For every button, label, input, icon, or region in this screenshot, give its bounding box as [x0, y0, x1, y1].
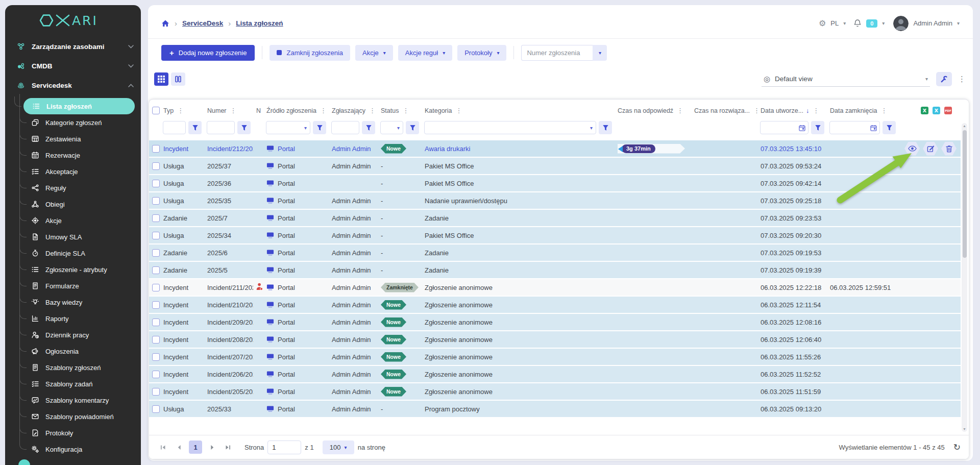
first-page-button[interactable]	[157, 441, 169, 453]
ticket-number[interactable]: 2025/34	[207, 232, 231, 239]
filter-zglaszajacy-funnel-button[interactable]	[362, 121, 375, 134]
settings-gear-icon[interactable]: ⚙	[819, 18, 826, 28]
export-csv-button[interactable]: X	[932, 106, 941, 115]
ticket-number[interactable]: Incident/206/2025/3/6	[207, 371, 253, 378]
row-checkbox[interactable]	[152, 301, 160, 309]
avatar[interactable]	[893, 16, 909, 31]
table-row[interactable]: Usługa2025/36Portal-Pakiet MS Office07.0…	[149, 175, 961, 192]
filter-status-select[interactable]: ▾	[380, 121, 403, 134]
ticket-number-input[interactable]	[521, 45, 593, 61]
row-checkbox[interactable]	[152, 388, 160, 396]
column-menu-icon[interactable]: ⋮	[402, 107, 409, 114]
table-row[interactable]: IncydentIncident/206/2025/3/6PortalAdmin…	[149, 366, 961, 383]
ticket-number[interactable]: 2025/37	[207, 162, 231, 170]
row-checkbox[interactable]	[152, 214, 160, 222]
sidebar-item-akceptacje[interactable]: Akceptacje	[29, 163, 135, 180]
last-page-button[interactable]	[222, 441, 234, 453]
column-view-toggle[interactable]	[171, 72, 185, 86]
filter-data_utw-date-input[interactable]	[760, 121, 808, 134]
table-row[interactable]: Usługa2025/37PortalAdmin Admin-Pakiet MS…	[149, 158, 961, 175]
col-header-numer[interactable]: Numer⋮	[204, 100, 253, 121]
sidebar-item-cmdb[interactable]: CMDB	[5, 56, 141, 76]
sidebar-item-szablony-powiadomien[interactable]: Szablony powiadomień	[29, 408, 135, 425]
ticket-number[interactable]: 2025/5	[207, 266, 228, 274]
ticket-number[interactable]: 2025/6	[207, 249, 228, 257]
row-checkbox[interactable]	[152, 232, 160, 239]
table-row[interactable]: IncydentIncident/212/2025/3/7PortalAdmin…	[149, 140, 961, 158]
grid-settings-wrench-button[interactable]	[936, 72, 952, 86]
sidebar-item-szablony-zadan[interactable]: Szablony zadań	[29, 376, 135, 392]
notification-badge[interactable]: 0	[866, 19, 877, 28]
sidebar-item-zgloszenie-atrybuty[interactable]: Zgłoszenie - atrybuty	[29, 261, 135, 278]
sidebar-item-zestawienia[interactable]: Zestawienia	[29, 131, 135, 147]
sidebar-item-raporty[interactable]: Raporty	[29, 310, 135, 327]
sidebar-bottom-dot[interactable]	[18, 459, 30, 465]
scroll-up-icon[interactable]: ▲	[962, 124, 967, 128]
sidebar-item-kategorie-zgloszen[interactable]: Kategorie zgłoszeń	[29, 114, 135, 131]
col-header-zglaszajacy[interactable]: Zgłaszający⋮	[329, 100, 378, 121]
ticket-number[interactable]: Incident/212/2025/3/7	[207, 145, 253, 153]
filter-typ-input[interactable]	[163, 121, 186, 134]
filter-numer-funnel-button[interactable]	[237, 121, 251, 134]
sidebar-item-obiegi[interactable]: Obiegi	[29, 196, 135, 212]
scrollbar-thumb[interactable]	[963, 130, 967, 258]
close-tickets-button[interactable]: Zamknij zgłoszenia	[270, 45, 350, 61]
row-checkbox[interactable]	[152, 284, 160, 291]
column-menu-icon[interactable]: ⋮	[177, 107, 184, 114]
row-checkbox[interactable]	[152, 405, 160, 413]
scroll-down-icon[interactable]: ▼	[962, 427, 967, 431]
filter-zrodlo-funnel-button[interactable]	[313, 121, 326, 134]
sidebar-item-lista-zgloszen[interactable]: Lista zgłoszeń	[23, 98, 135, 114]
page-number-button[interactable]: 1	[189, 440, 202, 454]
more-options-icon[interactable]: ⋮	[958, 75, 966, 84]
home-icon[interactable]	[161, 19, 169, 28]
ticket-number[interactable]: Incident/205/2025/3/6	[207, 388, 253, 396]
sidebar-item-bazy-wiedzy[interactable]: Bazy wiedzy	[29, 294, 135, 310]
table-row[interactable]: Usługa2025/33PortalAdmin Admin-Program p…	[149, 401, 961, 418]
column-menu-icon[interactable]: ⋮	[456, 107, 462, 114]
sidebar-item-konfiguracja[interactable]: Konfiguracja	[29, 441, 135, 457]
col-header-status[interactable]: Status⋮	[378, 100, 422, 121]
column-menu-icon[interactable]: ⋮	[320, 107, 327, 114]
filter-data_zamk-funnel-button[interactable]	[883, 121, 896, 134]
table-row[interactable]: IncydentIncident/205/2025/3/6PortalAdmin…	[149, 383, 961, 401]
row-checkbox[interactable]	[152, 249, 160, 257]
row-checkbox[interactable]	[152, 266, 160, 274]
column-menu-icon[interactable]: ⋮	[880, 107, 887, 114]
page-input[interactable]	[267, 440, 301, 454]
breadcrumb-servicedesk[interactable]: ServiceDesk	[182, 19, 223, 27]
ticket-number[interactable]: 2025/33	[207, 405, 231, 413]
sidebar-item-servicedesk[interactable]: Servicedesk	[5, 76, 141, 95]
ticket-number[interactable]: Incident/207/2025/3/6	[207, 353, 253, 361]
col-header-zrodlo[interactable]: Źródło zgłoszenia⋮	[263, 100, 329, 121]
table-row[interactable]: IncydentIncident/211/2025/3/6PortalAdmin…	[149, 279, 961, 297]
refresh-icon[interactable]: ↻	[953, 442, 961, 453]
filter-numer-input[interactable]	[207, 121, 235, 134]
sidebar-item-protokoly[interactable]: Protokoły	[29, 425, 135, 441]
sidebar-item-reguly[interactable]: Reguły	[29, 180, 135, 196]
sidebar-item-formularze[interactable]: Formularze	[29, 278, 135, 294]
table-row[interactable]: IncydentIncident/209/2025/3/6PortalAdmin…	[149, 314, 961, 331]
sidebar-item-dziennik-pracy[interactable]: Dziennik pracy	[29, 327, 135, 343]
table-row[interactable]: IncydentIncident/207/2025/3/6PortalAdmin…	[149, 349, 961, 366]
ticket-number[interactable]: Incident/208/2025/3/6	[207, 336, 253, 344]
rule-actions-dropdown-button[interactable]: Akcje reguł▾	[398, 45, 452, 61]
filter-zrodlo-select[interactable]: ▾	[266, 121, 310, 134]
export-pdf-button[interactable]: PDF	[944, 106, 952, 115]
ticket-number[interactable]: Incident/209/2025/3/6	[207, 319, 253, 326]
filter-data_utw-funnel-button[interactable]	[811, 121, 824, 134]
vertical-scrollbar[interactable]: ▲ ▼	[962, 123, 967, 432]
sidebar-item-akcje[interactable]: Akcje	[29, 212, 135, 229]
page-size-selector[interactable]: 100 ▾	[323, 440, 354, 454]
row-checkbox[interactable]	[152, 145, 160, 153]
actions-dropdown-button[interactable]: Akcje▾	[355, 45, 393, 61]
view-selector[interactable]: ◎ Default view ▾	[762, 71, 930, 87]
breadcrumb-lista-zgloszen[interactable]: Lista zgłoszeń	[236, 19, 283, 27]
table-row[interactable]: Zadanie2025/7PortalAdmin Admin-Zadanie07…	[149, 210, 961, 227]
row-checkbox[interactable]	[152, 180, 160, 187]
grid-view-toggle[interactable]	[154, 72, 168, 86]
delete-button[interactable]	[941, 142, 957, 156]
col-header-data_utw[interactable]: Data utworze...↓⋮	[757, 100, 827, 121]
view-button[interactable]	[904, 142, 920, 156]
prev-page-button[interactable]	[173, 441, 185, 453]
